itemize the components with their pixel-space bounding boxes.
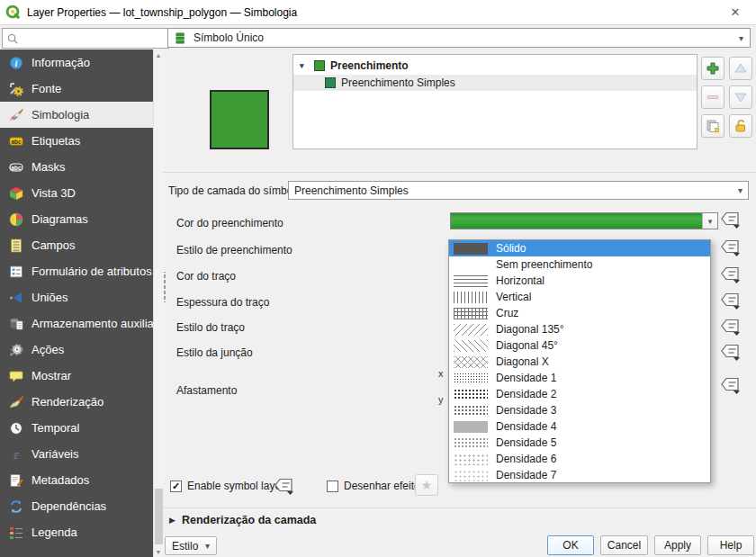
simple-fill-chip [325, 77, 336, 88]
dropdown-item-horizontal[interactable]: Horizontal [449, 273, 710, 289]
move-up-button[interactable] [729, 57, 752, 80]
tree-item-simple-fill[interactable]: Preenchimento Simples [293, 75, 697, 91]
title-bar: Layer Properties — lot_township_polygon … [0, 0, 756, 25]
pattern-swatch [454, 275, 488, 287]
dropdown-item-densidade-1[interactable]: Densidade 1 [449, 370, 710, 386]
move-down-button[interactable] [729, 85, 752, 109]
search-icon [6, 32, 19, 45]
style-button-label: Estilo [172, 540, 198, 553]
search-input[interactable] [22, 31, 165, 46]
search-box[interactable] [2, 28, 169, 49]
style-menu-button[interactable]: Estilo ▾ [165, 536, 217, 555]
dropdown-item-label: Cruz [496, 307, 518, 319]
tree-item-fill[interactable]: ▾ Preenchimento [293, 58, 697, 74]
sidebar-item-label: Renderização [32, 395, 104, 409]
effects-button[interactable]: ★ [415, 474, 438, 496]
tree-expander-icon[interactable]: ▾ [300, 61, 309, 70]
dependencies-icon [9, 499, 23, 514]
ok-button[interactable]: OK [547, 535, 594, 555]
source-icon [9, 82, 23, 96]
data-defined-override-stroke-width-button[interactable] [720, 292, 742, 310]
panel-splitter[interactable] [163, 272, 166, 302]
svg-text:i: i [15, 58, 18, 68]
layer-rendering-expander[interactable]: ▶ Renderização da camada [169, 514, 316, 526]
apply-button[interactable]: Apply [654, 535, 701, 555]
dropdown-item-diagonal-135[interactable]: Diagonal 135° [449, 321, 710, 337]
sidebar-item-unioes[interactable]: Uniões [0, 284, 163, 310]
dropdown-item-densidade-6[interactable]: Densidade 6 [449, 451, 710, 467]
lock-colors-button[interactable] [729, 114, 752, 138]
sidebar-item-diagramas[interactable]: Diagramas [0, 206, 163, 232]
sidebar-item-renderizacao[interactable]: Renderização [0, 389, 163, 415]
remove-symbol-layer-button[interactable] [701, 85, 724, 109]
layer-type-combo[interactable]: Preenchimento Simples ▾ [288, 181, 749, 200]
sidebar-item-mostrar[interactable]: Mostrar [0, 363, 163, 389]
sidebar-item-metadados[interactable]: Metadados [0, 467, 163, 493]
sidebar-item-vista-3d[interactable]: Vista 3D [0, 180, 163, 206]
help-button[interactable]: Help [707, 535, 754, 555]
dropdown-item-densidade-5[interactable]: Densidade 5 [449, 435, 710, 451]
data-defined-override-fill-color-button[interactable] [720, 211, 742, 229]
lock-icon [734, 119, 748, 133]
sidebar-item-etiquetas[interactable]: abc Etiquetas [0, 128, 163, 154]
data-defined-override-stroke-color-button[interactable] [720, 265, 742, 284]
pattern-swatch [454, 308, 488, 319]
arrow-up-icon [734, 61, 748, 76]
plus-icon [706, 61, 720, 76]
dropdown-item-densidade-4[interactable]: Densidade 4 [449, 418, 710, 435]
pattern-swatch [454, 470, 488, 481]
scroll-down-icon[interactable]: ▼ [154, 546, 163, 557]
sidebar-item-masks[interactable]: abc Masks [0, 154, 163, 180]
layer-properties-dialog: Layer Properties — lot_township_polygon … [0, 0, 756, 557]
sidebar-item-acoes[interactable]: Ações [0, 337, 163, 363]
add-symbol-layer-button[interactable] [701, 57, 724, 80]
sidebar-scrollbar[interactable]: ▲ ▼ [153, 49, 164, 557]
scroll-up-icon[interactable]: ▲ [154, 49, 163, 60]
data-defined-override-stroke-style-button[interactable] [720, 318, 742, 337]
dropdown-item-densidade-7[interactable]: Densidade 7 [449, 467, 710, 483]
enable-symbol-layer-label: Enable symbol layer [187, 480, 284, 493]
dropdown-item-densidade-2[interactable]: Densidade 2 [449, 386, 710, 402]
pattern-swatch [454, 259, 488, 271]
sidebar-item-temporal[interactable]: Temporal [0, 415, 163, 441]
sidebar-item-fonte[interactable]: Fonte [0, 76, 163, 102]
close-button[interactable]: ✕ [722, 3, 749, 22]
dropdown-item-cruz[interactable]: Cruz [449, 305, 710, 321]
draw-effects-checkbox[interactable] [327, 481, 338, 492]
data-defined-override-fill-style-button[interactable] [720, 238, 742, 257]
dropdown-item-densidade-3[interactable]: Densidade 3 [449, 402, 710, 418]
dropdown-item-label: Densidade 4 [496, 420, 556, 433]
sidebar-item-armazenamento-auxiliar[interactable]: Armazenamento auxiliar [0, 310, 163, 337]
data-defined-override-join-style-button[interactable] [720, 343, 742, 362]
fill-color-button[interactable]: ▾ [450, 212, 718, 229]
data-defined-override-enable-button[interactable] [274, 477, 295, 496]
enable-symbol-layer-checkbox[interactable]: ✓ [170, 481, 182, 492]
sidebar-item-campos[interactable]: Campos [0, 232, 163, 258]
duplicate-symbol-layer-button[interactable] [701, 114, 724, 138]
dropdown-item-vertical[interactable]: Vertical [449, 289, 710, 305]
dropdown-item-diagonal-x[interactable]: Diagonal X [449, 354, 710, 370]
scrollbar-thumb[interactable] [155, 489, 163, 544]
renderer-combo[interactable]: Símbolo Único ▾ [167, 28, 751, 48]
stroke-color-label: Cor do traço [176, 269, 236, 283]
sidebar-item-label: Informação [32, 56, 90, 69]
chevron-down-icon: ▾ [205, 541, 210, 551]
fill-color-dropdown-arrow[interactable]: ▾ [702, 213, 717, 229]
sidebar-item-variaveis[interactable]: ε Variáveis [0, 441, 163, 467]
dropdown-item-solido[interactable]: Sólido [449, 240, 710, 256]
sidebar-item-dependencias[interactable]: Dependências [0, 493, 163, 519]
pattern-swatch [454, 454, 488, 465]
fill-color-swatch [451, 213, 702, 229]
cancel-button[interactable]: Cancel [600, 535, 648, 555]
sidebar-item-legenda[interactable]: Legenda [0, 519, 163, 545]
sidebar-item-simbologia[interactable]: Simbologia [0, 102, 163, 128]
labels-icon: abc [9, 134, 23, 148]
dropdown-item-label: Densidade 2 [496, 388, 556, 400]
data-defined-override-offset-button[interactable] [720, 376, 742, 395]
dropdown-item-diagonal-45[interactable]: Diagonal 45° [449, 337, 710, 354]
star-icon: ★ [421, 478, 433, 492]
dropdown-item-label: Densidade 3 [496, 404, 556, 417]
sidebar-item-formulario-de-atributos[interactable]: Formulário de atributos [0, 258, 163, 284]
dropdown-item-sem-preenchimento[interactable]: Sem preenchimento [449, 256, 710, 273]
sidebar-item-informacao[interactable]: i Informação [0, 49, 163, 76]
